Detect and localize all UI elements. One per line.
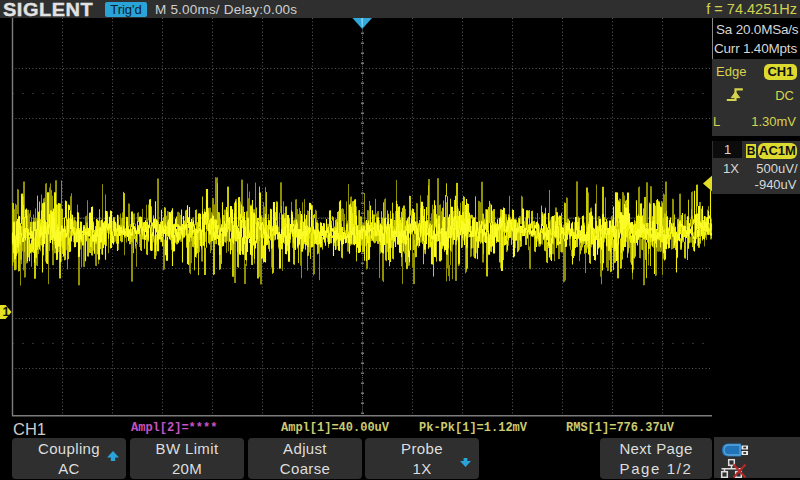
svg-text:1: 1 [3, 305, 10, 319]
